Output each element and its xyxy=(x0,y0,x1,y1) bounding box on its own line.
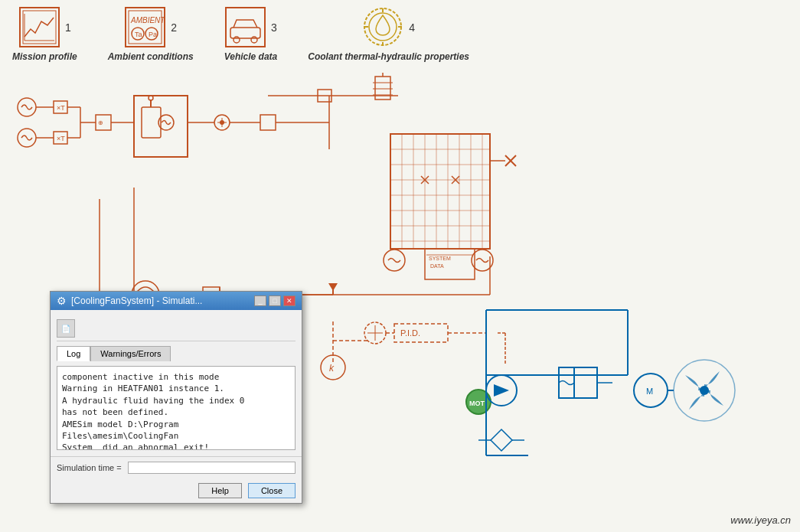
svg-point-45 xyxy=(220,120,224,125)
svg-point-17 xyxy=(364,8,401,45)
svg-point-18 xyxy=(369,13,397,41)
dialog-toolbar: 📄 xyxy=(57,316,296,341)
mission-profile-label: Mission profile xyxy=(12,51,77,62)
svg-text:AMBIENT: AMBIENT xyxy=(130,16,165,24)
dialog-title-left: ⚙ [CoolingFanSystem] - Simulati... xyxy=(57,295,202,307)
sim-time-label: Simulation time = xyxy=(57,463,122,472)
ambient-conditions-label: Ambient conditions xyxy=(108,51,194,62)
close-action-button[interactable]: Close xyxy=(248,483,296,498)
dialog-footer: Simulation time = xyxy=(51,456,302,478)
tab-log[interactable]: Log xyxy=(57,346,90,361)
tab-warnings-errors[interactable]: Warnings/Errors xyxy=(90,346,171,361)
svg-text:M: M xyxy=(646,387,653,396)
dialog-action-buttons: Help Close xyxy=(51,478,302,503)
svg-text:MOT: MOT xyxy=(469,400,485,407)
icon-num-4: 4 xyxy=(409,21,415,34)
svg-marker-126 xyxy=(491,429,512,451)
svg-text:DATA: DATA xyxy=(430,263,444,269)
close-button[interactable]: ✕ xyxy=(283,295,296,306)
svg-rect-59 xyxy=(390,134,490,249)
svg-text:Pa: Pa xyxy=(149,31,157,38)
progress-bar xyxy=(128,462,296,474)
svg-rect-118 xyxy=(559,367,597,398)
svg-text:k: k xyxy=(329,363,335,374)
dialog-titlebar: ⚙ [CoolingFanSystem] - Simulati... _ □ ✕ xyxy=(51,292,302,310)
dialog-title-text: [CoolingFanSystem] - Simulati... xyxy=(71,295,202,306)
icon-num-2: 2 xyxy=(171,21,177,34)
svg-point-124 xyxy=(700,386,709,395)
svg-point-15 xyxy=(233,37,240,43)
watermark: www.iyeya.cn xyxy=(730,514,791,526)
icon-coolant-properties[interactable]: 4 Coolant thermal-hydraulic properties xyxy=(308,6,469,62)
maximize-button[interactable]: □ xyxy=(269,295,281,306)
svg-text:SYSTEM: SYSTEM xyxy=(429,256,451,261)
svg-text:P.I.D.: P.I.D. xyxy=(400,328,420,338)
vehicle-data-label: Vehicle data xyxy=(224,51,278,62)
svg-marker-97 xyxy=(328,283,338,291)
svg-rect-47 xyxy=(260,115,276,130)
mission-profile-icon: MISSION PROFILE xyxy=(18,6,60,48)
icon-num-1: 1 xyxy=(65,21,71,34)
dialog-controls[interactable]: _ □ ✕ xyxy=(254,295,296,306)
ambient-conditions-icon: AMBIENT Ta Pa xyxy=(124,6,166,48)
help-button[interactable]: Help xyxy=(198,483,242,498)
dialog-app-icon: ⚙ xyxy=(57,295,67,307)
coolant-properties-icon xyxy=(362,6,404,48)
toolbar: MISSION PROFILE 1 Mission profile AMBIEN… xyxy=(0,0,800,68)
svg-text:×T: ×T xyxy=(57,104,65,112)
svg-text:MISSION: MISSION xyxy=(26,47,49,48)
vehicle-data-icon xyxy=(224,6,266,48)
coolant-properties-label: Coolant thermal-hydraulic properties xyxy=(308,51,469,62)
icon-mission-profile[interactable]: MISSION PROFILE 1 Mission profile xyxy=(12,6,77,62)
svg-rect-6 xyxy=(126,8,165,47)
simulation-dialog: ⚙ [CoolingFanSystem] - Simulati... _ □ ✕… xyxy=(50,291,302,504)
svg-text:⊕: ⊕ xyxy=(98,119,103,126)
svg-rect-1 xyxy=(23,11,56,44)
dialog-body: 📄 Log Warnings/Errors component inactive… xyxy=(51,310,302,456)
minimize-button[interactable]: _ xyxy=(254,295,266,306)
icon-vehicle-data[interactable]: 3 Vehicle data xyxy=(224,6,278,62)
svg-text:Ta: Ta xyxy=(135,31,142,38)
icon-num-3: 3 xyxy=(271,21,277,34)
icon-ambient-conditions[interactable]: AMBIENT Ta Pa 2 Ambient conditions xyxy=(108,6,194,62)
svg-point-16 xyxy=(251,37,257,43)
dialog-tabs: Log Warnings/Errors xyxy=(57,346,296,361)
dialog-copy-icon[interactable]: 📄 xyxy=(57,319,75,338)
svg-text:×T: ×T xyxy=(57,135,65,142)
log-text-area: component inactive in this mode Warning … xyxy=(57,366,296,450)
